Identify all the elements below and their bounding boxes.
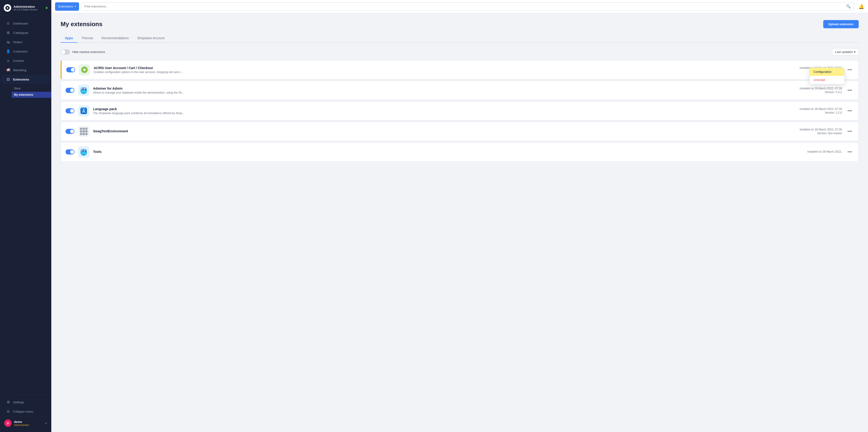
marketing-label: Marketing (13, 68, 26, 72)
extensions-label: Extensions (13, 78, 29, 81)
uninstall-option[interactable]: Uninstall (810, 76, 844, 84)
toggle-wrapper: Hide inactive extensions (61, 50, 105, 55)
tools-name: Tools (93, 150, 796, 153)
search-input[interactable] (85, 5, 846, 8)
language-toggle[interactable] (65, 108, 74, 113)
customers-label: Customers (13, 50, 28, 53)
tools-toggle[interactable] (65, 149, 74, 154)
adminer-toggle[interactable] (65, 88, 74, 93)
tools-info: Tools (93, 150, 796, 154)
adminer-desc: Allows to manage your database inside th… (93, 91, 796, 94)
sidebar-item-content[interactable]: ≡ Content (2, 56, 50, 65)
app-version: v6.4.9.0 Stable Version (13, 8, 37, 11)
tools-icon (78, 146, 89, 157)
user-chevron-icon[interactable]: ∧ (45, 422, 47, 425)
extensions-icon: ⊡ (6, 77, 10, 82)
catalogues-icon: ⊞ (6, 31, 10, 35)
notifications-icon[interactable]: 🔔 (859, 4, 864, 9)
language-menu-button[interactable]: ••• (846, 108, 854, 114)
sidebar-nav: ⊙ Dashboard ⊞ Catalogues 🛍 Orders 👤 Cust… (0, 16, 51, 395)
sidebar-item-marketing[interactable]: 📢 Marketing (2, 65, 50, 75)
filter-chevron-icon: ▾ (74, 5, 76, 8)
swagtest-info: SwagTestEnvironment (93, 129, 796, 134)
catalogues-label: Catalogues (13, 31, 28, 34)
filter-row: Hide inactive extensions Last updated ▾ (61, 48, 859, 56)
svg-point-19 (85, 150, 86, 151)
sidebar-item-customers[interactable]: 👤 Customers (2, 47, 50, 56)
sidebar-item-catalogues[interactable]: ⊞ Catalogues (2, 28, 50, 37)
dashboard-icon: ⊙ (6, 21, 10, 25)
language-icon: A (78, 105, 89, 116)
tab-recommendations[interactable]: Recommendations (97, 34, 133, 43)
extension-item-tools: Tools Installed on 28 March 2022, ••• (61, 142, 859, 162)
customers-icon: 👤 (6, 49, 10, 53)
tab-apps[interactable]: Apps (61, 34, 77, 43)
sidebar-item-settings[interactable]: ⚙ Settings (2, 398, 50, 407)
swagtest-name: SwagTestEnvironment (93, 129, 796, 133)
sidebar-footer: ⚙ Settings ⊖ Collapse menu D demo Admini… (0, 395, 51, 432)
user-name: demo (14, 420, 29, 424)
sidebar-item-extensions[interactable]: ⊡ Extensions (2, 75, 50, 84)
acris-toggle[interactable] (66, 67, 75, 73)
marketing-icon: 📢 (6, 68, 10, 72)
content-icon: ≡ (6, 59, 10, 63)
extensions-list: ACRIS User Account / Cart / Checkout Ena… (61, 60, 859, 163)
acris-menu-button[interactable]: ••• (846, 66, 854, 73)
page-title: My extensions (61, 21, 102, 28)
avatar: D (4, 420, 12, 427)
svg-point-8 (85, 89, 86, 90)
sidebar-header: Administration v6.4.9.0 Stable Version (0, 0, 51, 16)
user-section: D demo Administrator ∧ (0, 416, 51, 430)
adminer-version: Version: 0.3.2 (800, 91, 842, 94)
language-info: Language pack The Shopware language pack… (93, 107, 796, 115)
sort-chevron-icon: ▾ (854, 50, 856, 54)
swagtest-meta: Installed on 28 March 2022, 07:28 Versio… (800, 128, 842, 135)
collapse-label: Collapse menu (13, 410, 33, 413)
swagtest-toggle[interactable] (65, 129, 74, 134)
language-install-date: Installed on 28 March 2022, 07:28 (800, 107, 842, 111)
svg-text:A: A (82, 109, 85, 114)
language-desc: The Shopware language pack combines all … (93, 112, 796, 115)
orders-label: Orders (13, 40, 22, 44)
tab-themes[interactable]: Themes (77, 34, 97, 43)
main-content: Extensions ▾ 🔍 🔔 My extensions Upload ex… (51, 0, 868, 432)
sidebar-item-dashboard[interactable]: ⊙ Dashboard (2, 19, 50, 28)
language-meta: Installed on 28 March 2022, 07:28 Versio… (800, 107, 842, 114)
content-area: My extensions Upload extension Apps Them… (51, 13, 868, 432)
page-header: My extensions Upload extension (61, 20, 859, 28)
hide-inactive-toggle[interactable] (61, 50, 70, 55)
adminer-name: Adminer for Admin (93, 87, 796, 90)
collapse-icon: ⊖ (6, 409, 10, 413)
sort-dropdown[interactable]: Last updated ▾ (832, 48, 859, 56)
collapse-menu-button[interactable]: ⊖ Collapse menu (2, 407, 50, 416)
settings-icon: ⚙ (6, 400, 10, 404)
extension-item-swagtest: SwagTestEnvironment Installed on 28 Marc… (61, 122, 859, 141)
upload-extension-button[interactable]: Upload extension (823, 20, 859, 28)
svg-point-9 (82, 91, 86, 93)
sidebar-item-my-extensions[interactable]: My extensions (12, 92, 51, 98)
swagtest-icon (78, 126, 89, 137)
swagtest-version: Version: dev-master (800, 132, 842, 135)
sidebar-item-orders[interactable]: 🛍 Orders (2, 37, 50, 47)
tools-menu-button[interactable]: ••• (846, 149, 854, 155)
configuration-option[interactable]: Configuration (810, 68, 844, 76)
app-logo (4, 4, 11, 12)
svg-point-18 (82, 150, 83, 151)
online-status (46, 7, 48, 9)
toggle-label: Hide inactive extensions (72, 50, 105, 54)
extensions-filter-button[interactable]: Extensions ▾ (55, 2, 79, 11)
tab-shopware-account[interactable]: Shopware Account (133, 34, 168, 43)
extension-item-acris: ACRIS User Account / Cart / Checkout Ena… (61, 60, 859, 79)
svg-rect-12 (82, 109, 86, 109)
adminer-menu-button[interactable]: ••• (846, 87, 854, 94)
acris-icon (79, 64, 90, 76)
sidebar-item-store[interactable]: Store (12, 85, 51, 91)
svg-point-20 (82, 152, 86, 154)
topbar: Extensions ▾ 🔍 🔔 (51, 0, 868, 13)
adminer-info: Adminer for Admin Allows to manage your … (93, 87, 796, 94)
search-icon: 🔍 (846, 4, 851, 9)
sidebar: Administration v6.4.9.0 Stable Version ⊙… (0, 0, 51, 432)
extension-item-language: A Language pack The Shopware language pa… (61, 101, 859, 120)
swagtest-menu-button[interactable]: ••• (846, 128, 854, 135)
acris-info: ACRIS User Account / Cart / Checkout Ena… (94, 66, 796, 74)
